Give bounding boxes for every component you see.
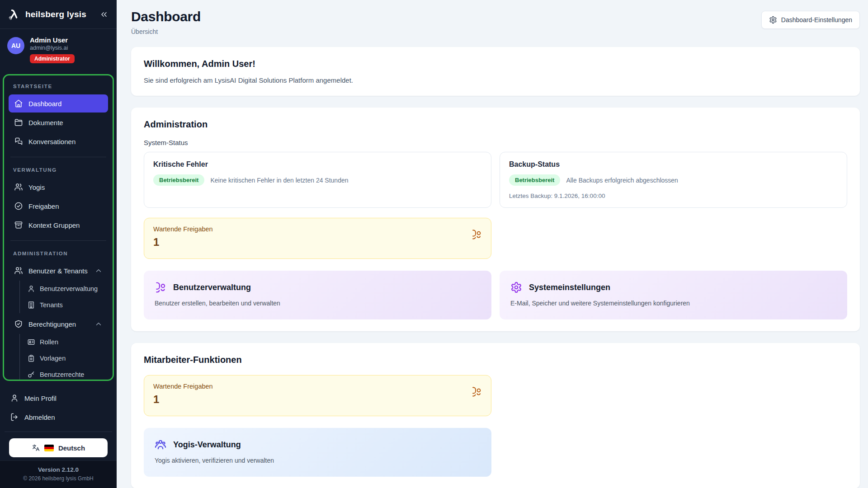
copyright-text: © 2026 heilsberg lysis GmbH	[4, 475, 113, 482]
language-switch-button[interactable]: Deutsch	[9, 438, 108, 457]
status-card-backup-status: Backup-Status Betriebsbereit Alle Backup…	[500, 152, 847, 208]
users-icon	[469, 229, 482, 240]
sidebar-subitem-vorlagen[interactable]: Vorlagen	[20, 350, 108, 366]
welcome-card: Willkommen, Admin User! Sie sind erfolgr…	[131, 47, 860, 96]
action-card-yogis-verwaltung[interactable]: Yogis-Verwaltung Yogis aktivieren, verif…	[144, 428, 491, 477]
sidebar: heilsberg lysis AU Admin User admin@lysi…	[0, 0, 117, 488]
page-header: Dashboard Übersicht Dashboard-Einstellun…	[131, 9, 860, 35]
administration-card: Administration System-Status Kritische F…	[131, 108, 860, 331]
welcome-title: Willkommen, Admin User!	[144, 59, 847, 69]
sidebar-subitem-label: Benutzerverwaltung	[40, 285, 98, 292]
users-icon	[14, 183, 23, 192]
main-content: Dashboard Übersicht Dashboard-Einstellun…	[117, 0, 868, 488]
user-name: Admin User	[30, 36, 75, 44]
sidebar-item-mein-profil[interactable]: Mein Profil	[5, 389, 112, 407]
nav-divider	[10, 240, 106, 241]
page-title: Dashboard	[131, 9, 201, 24]
users-icon	[469, 386, 482, 397]
action-card-description: Yogis aktivieren, verifizieren und verwa…	[155, 457, 481, 464]
sidebar-item-label: Benutzer & Tenants	[28, 267, 88, 275]
pending-approvals-count: 1	[153, 236, 482, 249]
sidebar-item-label: Yogis	[28, 183, 45, 191]
pending-approvals-card[interactable]: Wartende Freigaben 1	[144, 218, 491, 259]
sidebar-subitem-label: Vorlagen	[40, 355, 66, 362]
shield-check-icon	[14, 319, 23, 328]
sidebar-subitem-tenants[interactable]: Tenants	[20, 297, 108, 313]
sidebar-item-label: Dokumente	[28, 119, 63, 127]
translate-icon	[32, 444, 40, 452]
sidebar-item-konversationen[interactable]: Konversationen	[9, 132, 108, 150]
user-email: admin@lysis.ai	[30, 45, 75, 51]
settings-button-label: Dashboard-Einstellungen	[781, 16, 852, 23]
status-card-kritische-fehler: Kritische Fehler Betriebsbereit Keine kr…	[144, 152, 491, 208]
sidebar-item-label: Abmelden	[24, 413, 55, 421]
chevron-up-icon	[94, 267, 103, 275]
sidebar-subitem-rollen[interactable]: Rollen	[20, 334, 108, 350]
sidebar-item-freigaben[interactable]: Freigaben	[9, 197, 108, 215]
sidebar-item-label: Dashboard	[28, 100, 61, 108]
sidebar-nav-highlighted: STARTSEITE Dashboard Dokumente Konversat…	[3, 74, 114, 381]
action-card-title: Yogis-Verwaltung	[173, 440, 241, 450]
language-label: Deutsch	[58, 444, 85, 452]
users-icon	[155, 282, 166, 293]
divider	[5, 432, 112, 432]
action-card-description: Benutzer erstellen, bearbeiten und verwa…	[155, 300, 481, 307]
messages-icon	[14, 137, 23, 146]
sidebar-item-dashboard[interactable]: Dashboard	[9, 94, 108, 113]
key-icon	[27, 371, 35, 379]
user-icon	[10, 394, 19, 403]
sidebar-subitem-benutzerrechte[interactable]: Benutzerrechte	[20, 366, 108, 381]
gear-icon	[769, 16, 777, 24]
building-icon	[27, 301, 35, 309]
submenu-berechtigungen: Rollen Vorlagen Benutzerrechte	[19, 334, 108, 381]
dashboard-settings-button[interactable]: Dashboard-Einstellungen	[761, 11, 860, 29]
nav-section-administration: ADMINISTRATION	[9, 247, 108, 261]
action-card-systemeinstellungen[interactable]: Systemeinstellungen E-Mail, Speicher und…	[500, 271, 847, 319]
sidebar-collapse-button[interactable]	[99, 9, 109, 20]
last-backup-text: Letztes Backup: 9.1.2026, 16:00:00	[509, 192, 838, 199]
status-badge: Betriebsbereit	[509, 174, 560, 186]
brand-name: heilsberg lysis	[25, 9, 86, 19]
logout-icon	[10, 413, 19, 422]
avatar: AU	[7, 37, 24, 54]
user-icon	[27, 285, 35, 293]
archive-icon	[14, 221, 23, 230]
sidebar-item-label: Berechtigungen	[28, 320, 76, 328]
status-text: Alle Backups erfolgreich abgeschlossen	[566, 177, 678, 184]
status-card-title: Kritische Fehler	[153, 160, 482, 169]
sidebar-item-abmelden[interactable]: Abmelden	[5, 408, 112, 426]
pending-approvals-label: Wartende Freigaben	[153, 383, 482, 390]
german-flag-icon	[44, 445, 54, 451]
administration-title: Administration	[144, 119, 847, 130]
check-circle-icon	[14, 202, 23, 211]
sidebar-subitem-label: Rollen	[40, 338, 58, 346]
sidebar-subitem-benutzerverwaltung[interactable]: Benutzerverwaltung	[20, 281, 108, 297]
pending-approvals-label: Wartende Freigaben	[153, 225, 482, 233]
status-badge: Betriebsbereit	[153, 174, 204, 186]
version-text: Version 2.12.0	[4, 466, 113, 473]
admin-actions-grid: Benutzerverwaltung Benutzer erstellen, b…	[144, 271, 847, 319]
nav-section-verwaltung: VERWALTUNG	[9, 164, 108, 177]
users-group-icon	[155, 439, 166, 450]
sidebar-item-label: Freigaben	[28, 202, 59, 210]
pending-approvals-card-employee[interactable]: Wartende Freigaben 1	[144, 375, 491, 416]
nav-section-startseite: STARTSEITE	[9, 80, 108, 94]
sidebar-item-berechtigungen[interactable]: Berechtigungen	[9, 315, 108, 333]
status-card-title: Backup-Status	[509, 160, 838, 169]
sidebar-footer: Version 2.12.0 © 2026 heilsberg lysis Gm…	[0, 460, 117, 488]
submenu-benutzer-tenants: Benutzerverwaltung Tenants	[19, 281, 108, 313]
sidebar-item-benutzer-tenants[interactable]: Benutzer & Tenants	[9, 262, 108, 280]
sidebar-item-label: Mein Profil	[24, 394, 57, 402]
action-card-description: E-Mail, Speicher und weitere Systemeinst…	[510, 300, 836, 307]
user-profile-summary: AU Admin User admin@lysis.ai Administrat…	[0, 29, 117, 70]
action-card-benutzerverwaltung[interactable]: Benutzerverwaltung Benutzer erstellen, b…	[144, 271, 491, 319]
role-badge: Administrator	[30, 54, 75, 63]
employee-functions-title: Mitarbeiter-Funktionen	[144, 355, 847, 365]
gear-icon	[510, 282, 522, 293]
sidebar-item-kontext-gruppen[interactable]: Kontext Gruppen	[9, 216, 108, 234]
sidebar-bottom: Mein Profil Abmelden Deutsch	[0, 385, 117, 459]
sidebar-item-yogis[interactable]: Yogis	[9, 178, 108, 196]
sidebar-item-dokumente[interactable]: Dokumente	[9, 113, 108, 131]
sidebar-item-label: Kontext Gruppen	[28, 221, 80, 229]
chevron-up-icon	[94, 320, 103, 328]
